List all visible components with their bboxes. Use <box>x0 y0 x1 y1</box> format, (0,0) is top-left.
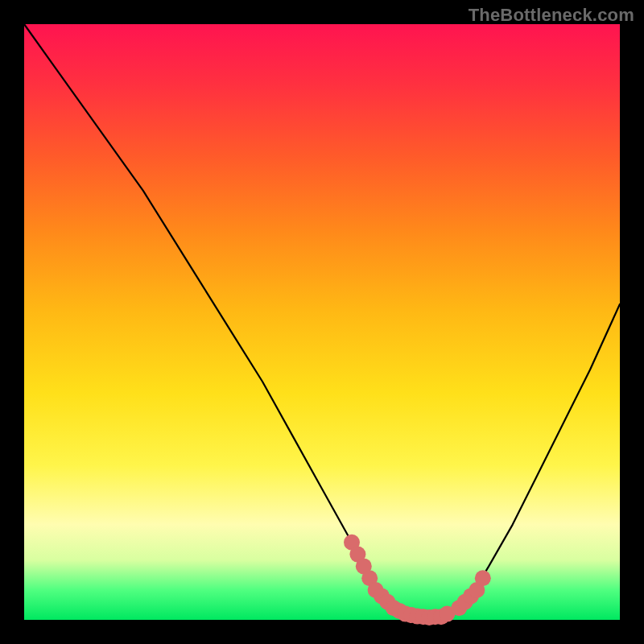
chart-svg <box>24 24 620 620</box>
bottleneck-curve <box>24 24 620 617</box>
curve-markers <box>344 535 491 625</box>
plot-area <box>24 24 620 620</box>
curve-marker <box>475 570 491 586</box>
watermark-text: TheBottleneck.com <box>469 5 634 26</box>
chart-frame: TheBottleneck.com <box>0 0 644 644</box>
